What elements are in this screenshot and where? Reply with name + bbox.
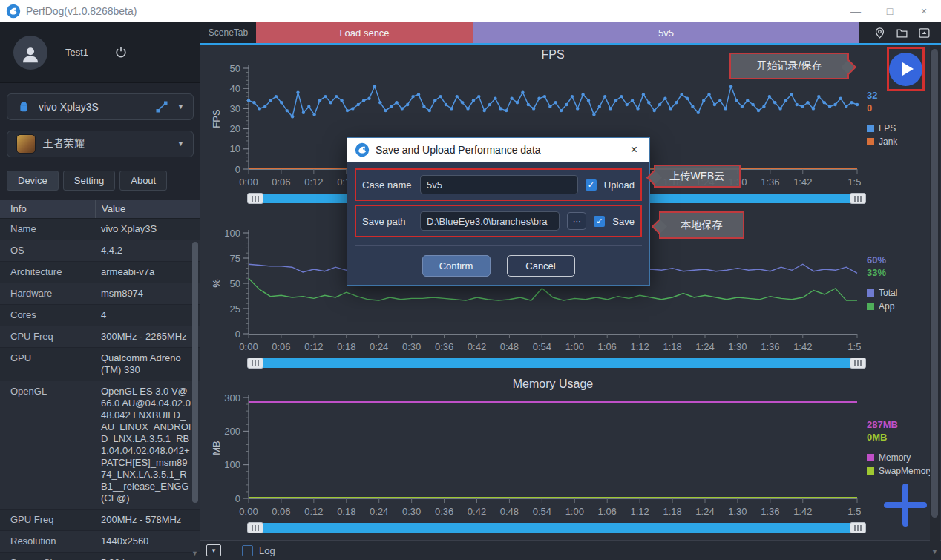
maximize-button[interactable]: □	[873, 0, 907, 22]
save-path-input[interactable]	[420, 211, 560, 231]
sidebar-scrollbar[interactable]	[192, 236, 198, 560]
svg-text:0:48: 0:48	[500, 341, 519, 352]
case-name-label: Case name	[362, 179, 413, 191]
dialog-close-button[interactable]: ×	[626, 143, 642, 157]
info-value: armeabi-v7a	[95, 266, 200, 278]
minimize-button[interactable]: —	[839, 0, 873, 22]
browse-button[interactable]: ···	[567, 212, 586, 230]
info-value: 200MHz - 578MHz	[95, 514, 200, 526]
time-range-slider[interactable]	[249, 523, 865, 533]
svg-text:1:42: 1:42	[793, 341, 812, 352]
scrollbar-thumb[interactable]	[931, 49, 938, 518]
confirm-button[interactable]: Confirm	[422, 255, 491, 277]
tab-device[interactable]: Device	[7, 171, 59, 191]
device-select[interactable]: vivo Xplay3S ▼	[7, 93, 194, 120]
scene-tab-load-sence[interactable]: Load sence	[256, 22, 473, 43]
slider-handle-right[interactable]	[850, 358, 866, 369]
legend-swatch	[867, 454, 874, 461]
case-name-row-highlight: Case name ✓ Upload	[355, 168, 642, 201]
svg-text:1:00: 1:00	[565, 341, 584, 352]
svg-text:0:12: 0:12	[304, 341, 323, 352]
svg-text:0:06: 0:06	[272, 177, 290, 188]
svg-text:0:54: 0:54	[533, 506, 551, 517]
app-select[interactable]: 王者荣耀 ▼	[7, 131, 194, 157]
expand-icon: ▼	[211, 547, 217, 554]
cancel-button[interactable]: Cancel	[507, 255, 575, 277]
slider-handle-left[interactable]	[247, 193, 263, 204]
svg-text:100: 100	[224, 459, 240, 470]
case-name-input[interactable]	[420, 175, 578, 194]
avatar[interactable]	[13, 36, 47, 70]
close-button[interactable]: ×	[907, 0, 941, 22]
legend-item[interactable]: FPS	[867, 123, 935, 134]
legend-label: Total	[879, 288, 897, 298]
slider-handle-left[interactable]	[247, 358, 263, 369]
svg-text:30: 30	[230, 103, 240, 114]
record-button-highlight	[887, 47, 925, 91]
chart-title: Memory Usage	[249, 374, 857, 395]
annotation-text: 上传WEB云	[670, 170, 725, 183]
save-path-row-highlight: Save path ··· ✓ Save	[355, 205, 642, 237]
log-checkbox[interactable]	[242, 545, 253, 556]
main-area: SceneTab Load sence 5v5 FPS 01020304050F…	[200, 22, 941, 560]
chart-side-info: 320FPSJank	[867, 89, 935, 150]
info-header-label: Info	[0, 203, 95, 214]
dialog-footer: Confirm Cancel	[355, 245, 642, 277]
slider-handle-left[interactable]	[247, 522, 263, 533]
tab-setting[interactable]: Setting	[63, 171, 115, 191]
check-icon: ✓	[596, 217, 603, 226]
legend-item[interactable]: Jank	[867, 136, 935, 147]
current-value: 0MB	[867, 431, 935, 444]
time-range-slider[interactable]	[249, 358, 865, 368]
scroll-down-icon[interactable]: ▼	[191, 550, 198, 557]
location-pin-icon[interactable]	[873, 27, 886, 39]
scroll-down-icon[interactable]: ▼	[930, 548, 940, 556]
power-icon[interactable]	[114, 45, 128, 60]
legend-swatch	[867, 467, 874, 475]
save-checkbox[interactable]: ✓	[594, 216, 605, 227]
current-value: 0	[867, 102, 935, 114]
upload-checkbox[interactable]: ✓	[586, 179, 597, 191]
info-label: Hardware	[0, 288, 95, 300]
legend-item[interactable]: SwapMemory	[867, 466, 935, 476]
legend-item[interactable]: Total	[867, 288, 935, 298]
table-row: GPU Freq200MHz - 578MHz	[0, 510, 200, 531]
folder-icon[interactable]	[896, 27, 908, 39]
legend-label: FPS	[879, 123, 896, 134]
app-select-value: 王者荣耀	[43, 137, 85, 151]
legend: MemorySwapMemory	[867, 452, 935, 476]
table-row: Screen Size5.96 in	[0, 553, 200, 560]
legend-item[interactable]: Memory	[867, 452, 935, 463]
dialog-body: Case name ✓ Upload Save path ··· ✓ Save …	[347, 162, 649, 277]
svg-text:0:00: 0:00	[239, 506, 258, 517]
scene-tab-5v5[interactable]: 5v5	[473, 22, 859, 43]
slider-handle-right[interactable]	[850, 193, 866, 204]
slider-handle-right[interactable]	[850, 522, 866, 533]
svg-text:20: 20	[230, 123, 240, 134]
chevron-down-icon: ▼	[177, 140, 184, 148]
start-record-button[interactable]	[889, 53, 922, 86]
legend-item[interactable]: App	[867, 301, 935, 312]
svg-text:1:24: 1:24	[695, 506, 714, 517]
info-header-value: Value	[95, 200, 200, 218]
perfdog-window: PerfDog(v1.0.8268beta) — □ × Test1 vivo …	[0, 0, 941, 560]
tab-about[interactable]: About	[119, 171, 167, 191]
add-chart-button[interactable]	[884, 484, 927, 527]
save-upload-dialog: Save and Upload Performance data × Case …	[347, 138, 649, 285]
info-table-body: Namevivo Xplay3SOS4.4.2Architecturearmea…	[0, 219, 200, 560]
expand-log-panel-button[interactable]: ▼	[206, 544, 221, 556]
user-name: Test1	[65, 47, 88, 58]
table-row: Cores4	[0, 305, 200, 326]
main-scrollbar[interactable]: ▼	[930, 45, 940, 559]
svg-text:0:18: 0:18	[337, 506, 355, 517]
svg-text:0: 0	[235, 329, 240, 340]
chart-side-info: 287MB0MBMemorySwapMemory	[867, 418, 935, 479]
table-row: Architecturearmeabi-v7a	[0, 262, 200, 283]
svg-text:200: 200	[224, 426, 240, 437]
svg-text:1:00: 1:00	[565, 506, 584, 517]
table-row: GPUQualcomm Adreno (TM) 330	[0, 348, 200, 381]
collapse-panel-icon[interactable]	[918, 27, 931, 39]
legend-label: Jank	[879, 136, 897, 147]
legend-label: SwapMemory	[879, 466, 933, 476]
svg-text:50: 50	[230, 278, 240, 289]
